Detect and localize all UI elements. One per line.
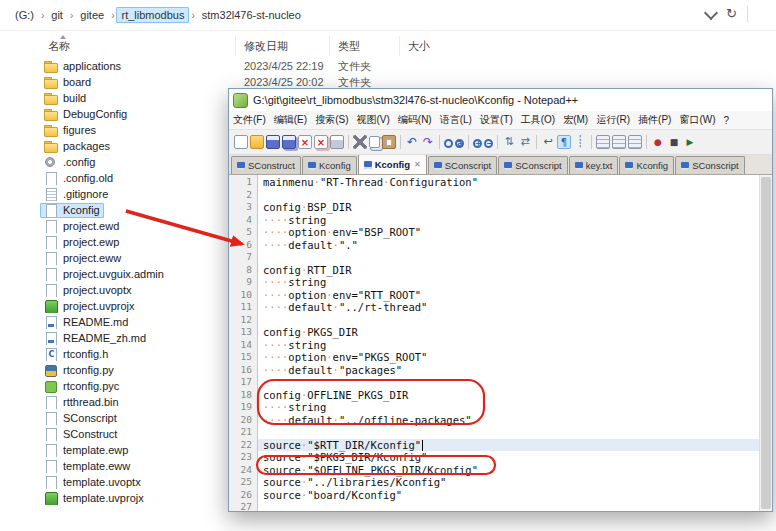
zoom-out-icon[interactable] — [484, 139, 493, 148]
save-icon[interactable] — [266, 135, 280, 149]
menu-item[interactable]: 编码(N) — [394, 113, 436, 127]
doc-map-icon[interactable] — [612, 135, 626, 149]
menu-item[interactable]: 视图(V) — [352, 113, 393, 127]
menu-item[interactable]: 工具(O) — [517, 113, 559, 127]
file-item-highlight[interactable]: README.md — [40, 315, 132, 330]
undo-icon[interactable] — [405, 135, 419, 149]
file-item-highlight[interactable]: project.eww — [40, 251, 125, 266]
file-item-highlight[interactable]: .config — [40, 155, 99, 170]
breadcrumb-item[interactable]: git — [46, 7, 68, 23]
paste-icon[interactable] — [382, 135, 396, 149]
stop-macro-icon[interactable] — [667, 135, 681, 149]
file-item-highlight[interactable]: project.ewd — [40, 219, 123, 234]
file-item-highlight[interactable]: project.uvprojx — [40, 299, 139, 314]
menu-item[interactable]: 窗口(W) — [675, 113, 719, 127]
file-item-highlight[interactable]: project.uvguix.admin — [40, 267, 168, 282]
zoom-in-icon[interactable] — [473, 139, 482, 148]
copy-icon[interactable] — [369, 136, 380, 148]
sync-h-icon[interactable] — [518, 135, 532, 149]
redo-icon[interactable] — [421, 135, 435, 149]
menu-item[interactable]: ? — [720, 115, 734, 126]
file-item-highlight[interactable]: applications — [40, 59, 125, 74]
file-item-highlight[interactable]: SConscript — [40, 411, 121, 426]
file-item-highlight[interactable]: .gitignore — [40, 187, 112, 202]
close-icon[interactable] — [298, 135, 312, 149]
replace-icon[interactable] — [455, 139, 464, 148]
file-item-highlight[interactable]: DebugConfig — [40, 107, 131, 122]
save-all-icon[interactable] — [282, 135, 296, 149]
file-item-highlight[interactable]: build — [40, 91, 90, 106]
close-all-icon[interactable] — [314, 135, 328, 149]
refresh-icon[interactable]: ↻ — [726, 7, 737, 21]
file-item-highlight[interactable]: Kconfig — [40, 203, 104, 218]
file-type: 文件夹 — [330, 59, 400, 74]
menu-item[interactable]: 运行(R) — [592, 113, 634, 127]
menu-item[interactable]: 语言(L) — [436, 113, 476, 127]
breadcrumb-item[interactable]: stm32l476-st-nucleo — [197, 7, 306, 23]
tab-close-icon[interactable]: ✕ — [414, 161, 421, 169]
function-list-icon[interactable] — [596, 135, 610, 149]
line-number: 22 — [229, 439, 257, 452]
column-header[interactable]: 类型 — [330, 36, 400, 56]
breadcrumb-item[interactable]: gitee — [75, 7, 109, 23]
document-tab[interactable]: Kconfig✕ — [358, 155, 427, 174]
scrollbar-thumb[interactable] — [761, 177, 771, 509]
file-item-highlight[interactable]: template.uvprojx — [40, 491, 148, 506]
document-tab[interactable]: SConscript — [428, 156, 497, 174]
file-row[interactable]: applications2023/4/25 22:19文件夹 — [40, 58, 460, 74]
new-icon[interactable] — [234, 135, 248, 149]
column-header[interactable]: 名称 — [40, 36, 236, 56]
document-tab[interactable]: Kconfig — [619, 156, 674, 174]
document-tab[interactable]: key.txt — [569, 156, 619, 174]
file-item-highlight[interactable]: rtconfig.py — [40, 363, 118, 378]
menu-item[interactable]: 搜索(S) — [311, 113, 352, 127]
file-item-highlight[interactable]: rtconfig.pyc — [40, 379, 123, 394]
open-icon[interactable] — [250, 135, 264, 149]
menu-item[interactable]: 文件(F) — [229, 113, 270, 127]
vertical-scrollbar[interactable] — [759, 175, 772, 511]
file-item-highlight[interactable]: template.uvoptx — [40, 475, 145, 490]
document-tab[interactable]: SConscript — [675, 156, 744, 174]
file-item-highlight[interactable]: project.uvoptx — [40, 283, 135, 298]
file-item-highlight[interactable]: rtconfig.h — [40, 347, 112, 362]
print-icon[interactable] — [330, 135, 344, 149]
menu-item[interactable]: 插件(P) — [634, 113, 675, 127]
column-header-label: 修改日期 — [244, 40, 288, 52]
menu-item[interactable]: 宏(M) — [559, 113, 592, 127]
show-all-chars-icon[interactable] — [557, 135, 571, 149]
document-tab[interactable]: Kconfig — [302, 156, 357, 174]
file-item-highlight[interactable]: template.eww — [40, 459, 134, 474]
breadcrumb-item[interactable]: (G:) — [10, 7, 39, 23]
find-icon[interactable] — [444, 139, 453, 148]
play-macro-icon[interactable] — [683, 135, 697, 149]
document-tab[interactable]: SConscript — [498, 156, 567, 174]
file-item-highlight[interactable]: project.ewp — [40, 235, 123, 250]
code-area[interactable]: mainmenu·"RT-Thread·Configuration"config… — [258, 175, 772, 511]
file-item-highlight[interactable]: .config.old — [40, 171, 117, 186]
file-item-highlight[interactable]: figures — [40, 123, 100, 138]
record-macro-icon[interactable] — [651, 135, 665, 149]
column-header-label: 名称 — [48, 40, 70, 52]
notepadpp-editor[interactable]: 1234567891011121314151617181920212223242… — [229, 175, 772, 511]
doc-list-icon[interactable] — [628, 135, 642, 149]
file-item-highlight[interactable]: README_zh.md — [40, 331, 150, 346]
indent-guide-icon[interactable] — [573, 135, 587, 149]
saved-disk-icon — [434, 162, 442, 170]
sync-v-icon[interactable] — [502, 135, 516, 149]
file-icon — [44, 412, 58, 425]
file-item-highlight[interactable]: packages — [40, 139, 114, 154]
document-tab[interactable]: SConstruct — [231, 156, 301, 174]
notepadpp-title-bar[interactable]: G:\git\gitee\rt_libmodbus\stm32l476-st-n… — [229, 89, 772, 111]
cut-icon[interactable] — [353, 135, 367, 149]
word-wrap-icon[interactable] — [541, 135, 555, 149]
chevron-down-icon[interactable] — [704, 5, 718, 19]
column-header[interactable]: 大小 — [400, 36, 448, 56]
column-header[interactable]: 修改日期 — [236, 36, 330, 56]
breadcrumb-item[interactable]: rt_libmodbus — [116, 7, 189, 23]
file-item-highlight[interactable]: template.ewp — [40, 443, 132, 458]
file-item-highlight[interactable]: SConstruct — [40, 427, 121, 442]
menu-item[interactable]: 编辑(E) — [270, 113, 311, 127]
file-item-highlight[interactable]: board — [40, 75, 95, 90]
menu-item[interactable]: 设置(T) — [476, 113, 517, 127]
file-item-highlight[interactable]: rtthread.bin — [40, 395, 123, 410]
